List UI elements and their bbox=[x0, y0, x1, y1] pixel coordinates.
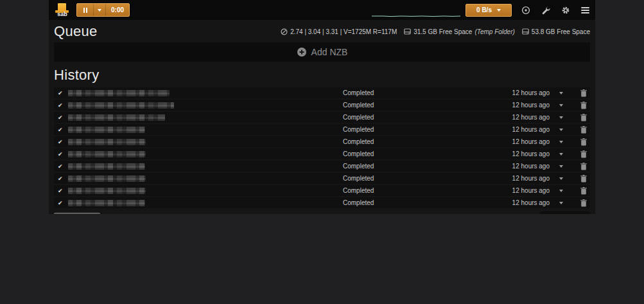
history-row[interactable]: ✔ Completed 12 hours ago bbox=[54, 148, 590, 159]
add-nzb-dropzone[interactable]: Add NZB bbox=[54, 42, 590, 62]
censored-name bbox=[68, 175, 146, 182]
history-row[interactable]: ✔ Completed 12 hours ago bbox=[54, 100, 590, 111]
pause-button[interactable] bbox=[77, 4, 93, 16]
sabnzbd-app: sab 0:00 0 B/s bbox=[49, 0, 595, 214]
delete-button[interactable] bbox=[573, 114, 587, 121]
row-actions-dropdown[interactable] bbox=[550, 141, 573, 143]
history-item-status: Completed bbox=[343, 138, 512, 145]
history-row[interactable]: ✔ Completed 12 hours ago bbox=[54, 173, 590, 184]
free-space-temp-value: 31.5 GB Free Space bbox=[413, 28, 472, 35]
history-item-status: Completed bbox=[343, 150, 512, 157]
speed-limit-label: 0 B/s bbox=[476, 6, 492, 13]
history-item-age: 12 hours ago bbox=[512, 187, 550, 194]
performance-values: 2.74 | 3.04 | 3.31 | V=1725M R=117M bbox=[290, 28, 397, 35]
trash-icon bbox=[580, 175, 587, 183]
history-item-age: 12 hours ago bbox=[512, 138, 550, 145]
history-item-name bbox=[68, 114, 343, 121]
free-space-temp: 31.5 GB Free Space (Temp Folder) bbox=[404, 28, 515, 35]
history-row[interactable]: ✔ Completed 12 hours ago bbox=[54, 197, 590, 208]
history-row[interactable]: ✔ Completed 12 hours ago bbox=[54, 112, 590, 123]
history-row[interactable]: ✔ Completed 12 hours ago bbox=[54, 124, 590, 135]
search-box bbox=[54, 213, 100, 215]
delete-button[interactable] bbox=[573, 102, 587, 109]
menu-icon[interactable] bbox=[581, 7, 589, 13]
row-actions-dropdown[interactable] bbox=[550, 92, 573, 94]
delete-button[interactable] bbox=[573, 175, 587, 183]
chevron-down-icon bbox=[98, 9, 101, 12]
check-icon: ✔ bbox=[58, 90, 68, 96]
queue-title: Queue bbox=[54, 23, 98, 40]
censored-name bbox=[68, 90, 170, 96]
disk-icon bbox=[404, 28, 411, 35]
row-actions-dropdown[interactable] bbox=[550, 190, 573, 192]
check-icon: ✔ bbox=[58, 188, 68, 194]
history-item-age: 12 hours ago bbox=[512, 102, 550, 109]
speed-graph bbox=[372, 7, 460, 20]
history-title: History bbox=[54, 67, 100, 84]
pause-button-group: 0:00 bbox=[76, 3, 130, 17]
history-row[interactable]: ✔ Completed 12 hours ago bbox=[54, 185, 590, 196]
free-space-temp-note: (Temp Folder) bbox=[474, 28, 514, 35]
chevron-down-icon bbox=[559, 141, 563, 143]
wrench-icon[interactable] bbox=[541, 6, 550, 15]
top-navbar: sab 0:00 0 B/s bbox=[49, 0, 595, 20]
chevron-down-icon bbox=[559, 165, 563, 168]
censored-name bbox=[68, 163, 145, 170]
status-icon[interactable] bbox=[521, 6, 530, 15]
logo-hat-crown bbox=[58, 3, 66, 11]
history-header: History bbox=[49, 62, 595, 85]
history-item-age: 12 hours ago bbox=[512, 126, 550, 133]
delete-button[interactable] bbox=[573, 163, 587, 170]
history-item-status: Completed bbox=[343, 199, 512, 206]
check-icon: ✔ bbox=[58, 175, 68, 182]
censored-name bbox=[68, 102, 174, 109]
row-actions-dropdown[interactable] bbox=[550, 129, 573, 131]
chevron-down-icon bbox=[559, 190, 563, 192]
censored-name bbox=[68, 114, 165, 121]
navbar-icons bbox=[521, 6, 589, 15]
free-space-main-value: 53.8 GB Free Space bbox=[532, 28, 590, 35]
history-row[interactable]: ✔ Completed 12 hours ago bbox=[54, 136, 590, 147]
logo-text: sab bbox=[55, 11, 70, 17]
row-actions-dropdown[interactable] bbox=[550, 177, 573, 180]
chevron-down-icon bbox=[559, 104, 563, 107]
delete-button[interactable] bbox=[573, 89, 587, 97]
row-actions-dropdown[interactable] bbox=[550, 202, 573, 204]
trash-icon bbox=[580, 163, 587, 170]
pause-dropdown-button[interactable] bbox=[93, 4, 106, 16]
censored-name bbox=[68, 139, 146, 145]
history-row[interactable]: ✔ Completed 12 hours ago bbox=[54, 87, 590, 98]
history-item-status: Completed bbox=[343, 102, 512, 109]
delete-button[interactable] bbox=[573, 187, 587, 195]
queue-header: Queue 2.74 | 3.04 | 3.31 | V=1725M R=117… bbox=[49, 20, 595, 42]
chevron-down-icon bbox=[559, 129, 563, 131]
censored-name bbox=[68, 188, 146, 194]
disk-icon bbox=[522, 28, 529, 35]
delete-button[interactable] bbox=[573, 199, 587, 207]
row-actions-dropdown[interactable] bbox=[550, 104, 573, 107]
row-actions-dropdown[interactable] bbox=[550, 153, 573, 156]
plus-circle-icon bbox=[297, 47, 307, 57]
pause-timer[interactable]: 0:00 bbox=[106, 4, 129, 16]
chevron-down-icon bbox=[559, 177, 563, 180]
history-item-age: 12 hours ago bbox=[512, 114, 550, 121]
trash-icon bbox=[580, 102, 587, 109]
delete-button[interactable] bbox=[573, 150, 587, 158]
censored-name bbox=[68, 151, 146, 157]
check-icon: ✔ bbox=[58, 102, 68, 109]
speed-limit-button[interactable]: 0 B/s bbox=[466, 4, 512, 17]
check-icon: ✔ bbox=[58, 114, 68, 121]
row-actions-dropdown[interactable] bbox=[550, 116, 573, 119]
trash-icon bbox=[580, 187, 587, 195]
history-item-name bbox=[68, 139, 343, 145]
delete-button[interactable] bbox=[573, 126, 587, 134]
gear-icon[interactable] bbox=[561, 6, 570, 15]
chevron-down-icon bbox=[559, 153, 563, 156]
delete-button[interactable] bbox=[573, 138, 587, 146]
trash-icon bbox=[580, 199, 587, 207]
row-actions-dropdown[interactable] bbox=[550, 165, 573, 168]
trash-icon bbox=[580, 126, 587, 134]
check-icon: ✔ bbox=[58, 151, 68, 157]
sabnzbd-logo[interactable]: sab bbox=[55, 3, 70, 18]
history-row[interactable]: ✔ Completed 12 hours ago bbox=[54, 161, 590, 172]
